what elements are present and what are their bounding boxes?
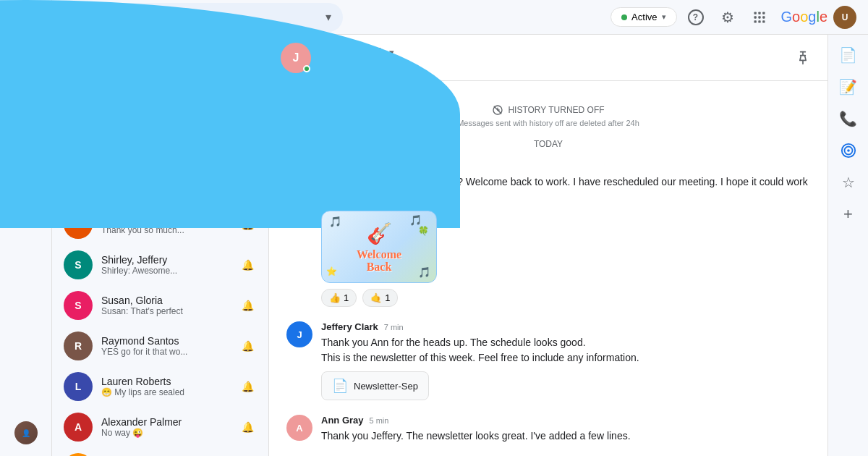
help-icon: ? bbox=[688, 9, 704, 25]
list-item[interactable]: A Alexander Palmer No way 😜 🔔 bbox=[52, 407, 263, 447]
chat-name: Shirley, Jeffery bbox=[101, 254, 242, 266]
history-text: HISTORY TURNED OFF bbox=[508, 105, 604, 115]
chat-name: Raymond Santos bbox=[101, 335, 242, 347]
svg-rect-2 bbox=[762, 12, 765, 14]
attachment-name: Newsletter-Sep bbox=[354, 381, 418, 392]
header-actions bbox=[790, 45, 816, 71]
chat-preview: 😁 My lips are sealed bbox=[101, 387, 242, 397]
avatar: S bbox=[64, 250, 93, 279]
avatar: R bbox=[64, 332, 93, 360]
avatar: L bbox=[64, 372, 93, 401]
attachment-icon: 📄 bbox=[332, 378, 348, 394]
notes-button[interactable]: 📝 bbox=[834, 72, 863, 101]
user-avatar-top[interactable]: U bbox=[833, 6, 856, 29]
active-label: Active bbox=[631, 12, 657, 22]
list-item[interactable]: M Madison Wells Nope go for it 🔔 bbox=[52, 447, 263, 456]
reaction-thumbsup[interactable]: 👍1 bbox=[321, 289, 357, 307]
msg-sender-name: Jeffery Clark bbox=[321, 321, 378, 332]
user-avatar-bottom[interactable]: 👤 bbox=[14, 421, 38, 444]
history-off-icon bbox=[492, 104, 503, 116]
apps-button[interactable] bbox=[746, 4, 773, 30]
svg-point-13 bbox=[847, 149, 850, 152]
contact-avatar: J bbox=[281, 43, 311, 73]
list-item[interactable]: L Lauren Roberts 😁 My lips are sealed 🔔 bbox=[52, 366, 263, 407]
svg-rect-5 bbox=[762, 16, 765, 18]
svg-rect-4 bbox=[758, 16, 760, 18]
chat-preview: No way 😜 bbox=[101, 428, 242, 438]
svg-rect-8 bbox=[762, 20, 765, 22]
reactions-bar: 👍1 🤙1 bbox=[321, 289, 810, 307]
svg-rect-0 bbox=[754, 12, 756, 14]
google-logo: Google bbox=[781, 9, 828, 25]
avatar: M bbox=[64, 453, 93, 456]
list-item[interactable]: S Shirley, Jeffery Shirley: Awesome... 🔔 bbox=[52, 245, 263, 285]
chat-name: Lauren Roberts bbox=[101, 376, 242, 387]
chat-preview: Susan: That's perfect bbox=[101, 306, 242, 316]
reaction-call[interactable]: 🤙1 bbox=[362, 289, 398, 307]
newsletter-attachment[interactable]: 📄 Newsletter-Sep bbox=[321, 371, 429, 400]
chat-preview: Shirley: Awesome... bbox=[101, 266, 242, 276]
avatar: S bbox=[64, 291, 93, 320]
chat-name: Alexander Palmer bbox=[101, 416, 242, 428]
msg-avatar: A bbox=[286, 415, 312, 441]
list-item[interactable]: R Raymond Santos YES go for it that wo..… bbox=[52, 326, 263, 366]
left-navigation: ✉️ 4 Mail 💬 Chat 👥 Spaces 🎥 Meet 👤 bbox=[0, 0, 52, 456]
chat-preview: YES go for it that wo... bbox=[101, 347, 242, 357]
mute-icon: 🔔 bbox=[242, 300, 254, 311]
active-status-badge[interactable]: Active ▾ bbox=[610, 7, 676, 27]
mute-icon: 🔔 bbox=[242, 340, 254, 352]
active-chevron: ▾ bbox=[662, 12, 666, 22]
msg-body: Ann Gray 5 min Thank you Jeffery. The ne… bbox=[321, 415, 810, 444]
message-group: J Jeffery Clark 7 min Thank you Ann for … bbox=[286, 321, 810, 400]
msg-time: 5 min bbox=[370, 416, 389, 425]
mute-icon: 🔔 bbox=[242, 259, 254, 271]
call-button[interactable]: 📞 bbox=[834, 104, 863, 133]
chat-name: Susan, Gloria bbox=[101, 295, 242, 306]
active-dot bbox=[621, 14, 627, 20]
svg-rect-3 bbox=[754, 16, 756, 18]
msg-text: Thank you Jeffery. The newsletter looks … bbox=[321, 428, 810, 444]
message-group: A Ann Gray 5 min Thank you Jeffery. The … bbox=[286, 415, 810, 444]
msg-time: 7 min bbox=[384, 323, 404, 332]
sticker-text: Welcome Back bbox=[322, 248, 436, 274]
svg-rect-1 bbox=[758, 12, 760, 14]
star-button[interactable]: ☆ bbox=[834, 168, 863, 197]
right-sidebar: 📄 📝 📞 ☆ + bbox=[827, 35, 868, 456]
search-dropdown-icon[interactable]: ▾ bbox=[326, 10, 331, 24]
mute-icon: 🔔 bbox=[242, 421, 254, 433]
welcome-back-sticker: 🎵 🎵 🍀 ⭐ 🎵 🎸 Welcome Back bbox=[321, 211, 437, 283]
help-button[interactable]: ? bbox=[683, 4, 709, 30]
svg-rect-6 bbox=[754, 20, 756, 22]
tasks-button[interactable] bbox=[834, 136, 863, 165]
avatar: A bbox=[64, 413, 93, 442]
list-item[interactable]: S Susan, Gloria Susan: That's perfect 🔔 bbox=[52, 285, 263, 326]
add-button[interactable]: + bbox=[834, 200, 863, 229]
msg-text: Thank you Ann for the heads up. The sche… bbox=[321, 335, 810, 366]
msg-sender-name: Ann Gray bbox=[321, 415, 364, 426]
msg-avatar: J bbox=[286, 321, 312, 347]
svg-rect-7 bbox=[758, 20, 760, 22]
msg-body: Jeffery Clark 7 min Thank you Ann for th… bbox=[321, 321, 810, 400]
pin-button[interactable] bbox=[790, 45, 816, 71]
mute-icon: 🔔 bbox=[242, 381, 254, 392]
online-indicator bbox=[303, 65, 310, 72]
settings-button[interactable]: ⚙ bbox=[715, 4, 741, 30]
document-button[interactable]: 📄 bbox=[834, 41, 863, 69]
